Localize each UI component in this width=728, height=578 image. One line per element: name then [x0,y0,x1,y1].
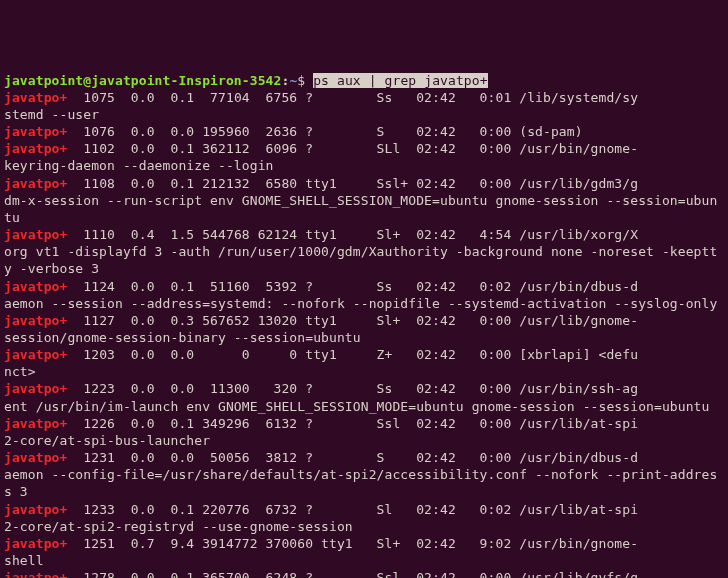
process-info: 1233 0.0 0.1 220776 6732 ? Sl 02:42 0:02… [67,502,638,517]
process-continuation: aemon --config-file=/usr/share/defaults/… [4,467,717,499]
process-row: javatpo+ 1110 0.4 1.5 544768 62124 tty1 … [4,227,638,242]
process-continuation: stemd --user [4,107,99,122]
process-info: 1127 0.0 0.3 567652 13020 tty1 Sl+ 02:42… [67,313,638,328]
cmd-pipe: | [369,73,377,88]
grep-match: javatpo+ [4,141,67,156]
grep-match: javatpo+ [4,347,67,362]
process-row: javatpo+ 1124 0.0 0.1 51160 5392 ? Ss 02… [4,279,638,294]
cmd-space [329,73,337,88]
process-row: javatpo+ 1231 0.0 0.0 50056 3812 ? S 02:… [4,450,638,465]
process-info: 1110 0.4 1.5 544768 62124 tty1 Sl+ 02:42… [67,227,638,242]
prompt-user-host: javatpoint@javatpoint-Inspiron-3542 [4,73,281,88]
process-info: 1108 0.0 0.1 212132 6580 tty1 Ssl+ 02:42… [67,176,638,191]
process-info: 1076 0.0 0.0 195960 2636 ? S 02:42 0:00 … [67,124,582,139]
grep-match: javatpo+ [4,124,67,139]
process-continuation: aemon --session --address=systemd: --nof… [4,296,717,311]
grep-match: javatpo+ [4,227,67,242]
process-continuation: session/gnome-session-binary --session=u… [4,330,361,345]
process-continuation: nct> [4,364,36,379]
process-info: 1226 0.0 0.1 349296 6132 ? Ssl 02:42 0:0… [67,416,638,431]
process-continuation: 2-core/at-spi2-registryd --use-gnome-ses… [4,519,353,534]
process-info: 1278 0.0 0.1 365700 6248 ? Ssl 02:42 0:0… [67,570,638,578]
process-row: javatpo+ 1223 0.0 0.0 11300 320 ? Ss 02:… [4,381,638,396]
process-continuation: ent /usr/bin/im-launch env GNOME_SHELL_S… [4,399,709,414]
process-continuation: dm-x-session --run-script env GNOME_SHEL… [4,193,717,225]
process-info: 1102 0.0 0.1 362112 6096 ? SLl 02:42 0:0… [67,141,638,156]
grep-match: javatpo+ [4,416,67,431]
process-continuation: org vt1 -displayfd 3 -auth /run/user/100… [4,244,717,276]
terminal-output[interactable]: javatpoint@javatpoint-Inspiron-3542:~$ p… [4,72,724,578]
process-row: javatpo+ 1233 0.0 0.1 220776 6732 ? Sl 0… [4,502,638,517]
process-row: javatpo+ 1076 0.0 0.0 195960 2636 ? S 02… [4,124,583,139]
grep-match: javatpo+ [4,176,67,191]
process-row: javatpo+ 1075 0.0 0.1 77104 6756 ? Ss 02… [4,90,638,105]
process-info: 1231 0.0 0.0 50056 3812 ? S 02:42 0:00 /… [67,450,638,465]
cmd-pattern: javatpo+ [424,73,487,88]
cmd-ps: ps [313,73,329,88]
process-row: javatpo+ 1278 0.0 0.1 365700 6248 ? Ssl … [4,570,638,578]
grep-match: javatpo+ [4,90,67,105]
process-info: 1251 0.7 9.4 3914772 370060 tty1 Sl+ 02:… [67,536,638,551]
process-info: 1203 0.0 0.0 0 0 tty1 Z+ 02:42 0:00 [xbr… [67,347,638,362]
prompt-dollar: $ [297,73,305,88]
process-info: 1075 0.0 0.1 77104 6756 ? Ss 02:42 0:01 … [67,90,638,105]
process-continuation: shell [4,553,44,568]
grep-match: javatpo+ [4,313,67,328]
process-info: 1223 0.0 0.0 11300 320 ? Ss 02:42 0:00 /… [67,381,638,396]
grep-match: javatpo+ [4,450,67,465]
process-row: javatpo+ 1203 0.0 0.0 0 0 tty1 Z+ 02:42 … [4,347,638,362]
cmd-space [377,73,385,88]
process-continuation: keyring-daemon --daemonize --login [4,158,274,173]
cmd-space [361,73,369,88]
process-row: javatpo+ 1108 0.0 0.1 212132 6580 tty1 S… [4,176,638,191]
process-row: javatpo+ 1251 0.7 9.4 3914772 370060 tty… [4,536,638,551]
grep-match: javatpo+ [4,279,67,294]
grep-match: javatpo+ [4,536,67,551]
cmd-aux: aux [337,73,361,88]
process-row: javatpo+ 1127 0.0 0.3 567652 13020 tty1 … [4,313,638,328]
cmd-grep: grep [385,73,417,88]
grep-match: javatpo+ [4,502,67,517]
process-continuation: 2-core/at-spi-bus-launcher [4,433,210,448]
process-row: javatpo+ 1102 0.0 0.1 362112 6096 ? SLl … [4,141,638,156]
grep-match: javatpo+ [4,381,67,396]
process-row: javatpo+ 1226 0.0 0.1 349296 6132 ? Ssl … [4,416,638,431]
grep-match: javatpo+ [4,570,67,578]
process-info: 1124 0.0 0.1 51160 5392 ? Ss 02:42 0:02 … [67,279,638,294]
